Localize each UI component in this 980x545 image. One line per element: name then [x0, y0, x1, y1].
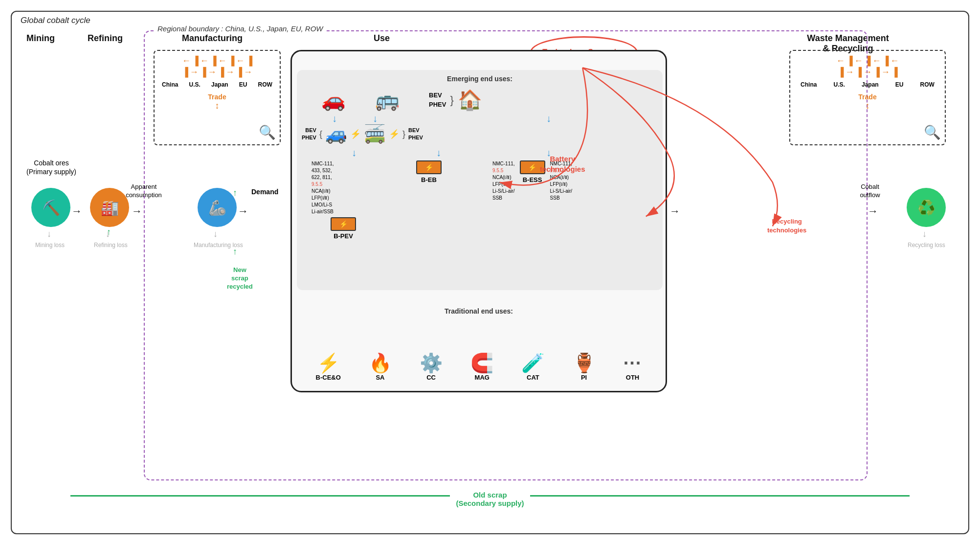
- trad-cat-group: 🧪 CAT: [521, 352, 544, 381]
- waste-region-china: China: [801, 81, 817, 88]
- traditional-label: Traditional end uses:: [445, 307, 513, 315]
- manufacturing-box: ← ▐ ← ▐ ← ▐ ← ▐ ▐ → ▐ → ▐ → ▐ → China U.…: [154, 50, 281, 145]
- waste-trade-arrow: ↕: [790, 101, 945, 111]
- arrow-down-house: ↓: [546, 113, 551, 124]
- new-scrap-label: Newscraprecycled: [227, 266, 253, 291]
- mfg-arrow-left-3: ←: [218, 56, 227, 66]
- manufacturing-icon: 🦾: [208, 199, 226, 216]
- arrow-waste-recycling: →: [868, 205, 878, 218]
- recycling-circle: ♻️: [907, 188, 946, 227]
- arrow-down-pev: ↓: [352, 147, 356, 159]
- trad-bce-group: ⚡ B-CE&O: [316, 352, 341, 381]
- cobalt-outflow-label: Cobaltoutflow: [843, 183, 897, 200]
- bev-phev-right-2: BEVPHEV: [408, 127, 423, 142]
- waste-region-row: ROW: [920, 81, 935, 88]
- old-scrap-label: Old scrap(Secondary supply): [450, 491, 530, 507]
- mfg-region-eu: EU: [239, 81, 247, 88]
- mfg-arrow-left-2: ←: [200, 56, 209, 66]
- mfg-panel-8: ▐: [236, 67, 242, 77]
- trad-bce-label: B-CE&O: [316, 374, 341, 381]
- house-icon: 🏠: [458, 89, 482, 112]
- mfg-arrow-right-1: →: [190, 67, 199, 77]
- waste-region-japan: Japan: [862, 81, 879, 88]
- battery-b-pev: ⚡: [331, 217, 356, 231]
- arrow-refining-mfg: →: [132, 205, 142, 218]
- emerging-label: Emerging end uses:: [447, 75, 512, 83]
- waste-panel-5: ▐: [837, 67, 844, 77]
- waste-region-eu: EU: [895, 81, 904, 88]
- arrow-new-scrap: ↑: [233, 247, 237, 257]
- mfg-region-row: ROW: [258, 81, 272, 88]
- arrow-mfg-loss: ↓: [213, 229, 218, 239]
- mfg-panel-6: ▐: [200, 67, 206, 77]
- trad-cat-label: CAT: [521, 374, 544, 381]
- bracket-right-bus: }: [402, 129, 405, 139]
- demand-label: Demand: [251, 188, 278, 196]
- waste-arrow-right-2: →: [863, 67, 872, 77]
- cobalt-ores-label: Cobalt ores(Primary supply): [26, 159, 76, 176]
- refining-loss-label: Refining loss: [94, 242, 128, 249]
- battery-b-eb: ⚡: [416, 160, 442, 174]
- trad-oth-icon: ···: [624, 353, 642, 374]
- waste-panel-6: ▐: [855, 67, 862, 77]
- waste-arrow-right-3: →: [881, 67, 890, 77]
- traditional-row: ⚡ B-CE&O 🔥 SA ⚙️ CC 🧲 MAG 🧪 CAT 🏺 PI: [292, 352, 666, 381]
- trad-cc-icon: ⚙️: [420, 352, 443, 374]
- car-icon: 🚗: [321, 89, 346, 112]
- mfg-panel-2: ▐: [210, 56, 217, 66]
- mining-loss-label: Mining loss: [35, 242, 65, 249]
- mfg-panel-3: ▐: [228, 56, 235, 66]
- arrow-recycling-loss: ↓: [922, 229, 927, 239]
- b-pev-group: NMC-111,433, 532,622, 811,9.5.5NCA(Ⅰ/Ⅱ)L…: [312, 160, 375, 240]
- recycling-loss-label: Recycling loss: [908, 242, 945, 249]
- bracket-right: }: [450, 94, 453, 107]
- old-scrap-group: Old scrap(Secondary supply): [70, 489, 910, 508]
- waste-panel-7: ▐: [873, 67, 880, 77]
- trad-cc-group: ⚙️ CC: [420, 352, 443, 381]
- waste-search-icon[interactable]: 🔍: [924, 124, 941, 140]
- bev-phev-right-label: BEVPHEV: [429, 91, 446, 109]
- trad-oth-group: ··· OTH: [624, 353, 642, 381]
- demand-text: Demand: [251, 188, 278, 196]
- nmc-left-label: NMC-111,433, 532,622, 811,9.5.5NCA(Ⅰ/Ⅱ)L…: [312, 160, 375, 215]
- arrow-mining-refining: →: [71, 205, 82, 218]
- main-diagram: Global cobalt cycle Mining Refining Manu…: [11, 11, 969, 534]
- waste-arrow-left-2: ←: [854, 56, 863, 66]
- mfg-trade-label: Trade: [155, 93, 280, 101]
- waste-panel-3: ▐: [882, 56, 889, 66]
- bev-house-group: BEVPHEV } 🏠: [429, 89, 482, 112]
- header-mining: Mining: [26, 33, 55, 44]
- trad-sa-group: 🔥 SA: [369, 352, 392, 381]
- mining-icon: ⛏️: [42, 199, 60, 216]
- waste-arrow-left-3: ←: [872, 56, 881, 66]
- mfg-arrow-left-1: ←: [182, 56, 191, 66]
- mfg-arrow-right-3: →: [225, 67, 234, 77]
- car-icon-group: 🚗: [321, 89, 346, 112]
- regional-boundary-label: Regional boundary : China, U.S., Japan, …: [155, 24, 326, 33]
- trad-mag-icon: 🧲: [470, 352, 493, 374]
- manufacturing-circle: 🦾: [198, 188, 237, 227]
- arrow-mining-loss: ↓: [47, 229, 51, 239]
- green-car-icon: 🚙: [325, 124, 347, 144]
- trad-oth-label: OTH: [624, 374, 642, 381]
- waste-panel-2: ▐: [865, 56, 871, 66]
- mfg-search-icon[interactable]: 🔍: [259, 124, 276, 140]
- trad-sa-icon: 🔥: [369, 352, 392, 374]
- arrow-down-car: ↓: [332, 113, 337, 124]
- trad-mag-group: 🧲 MAG: [470, 352, 493, 381]
- global-cobalt-label: Global cobalt cycle: [21, 16, 90, 25]
- mfg-arrow-right-2: →: [208, 67, 217, 77]
- bus-icon-group: 🚌: [375, 89, 400, 112]
- mfg-panel-7: ▐: [218, 67, 224, 77]
- recycling-tech-label: Recyclingtechnologies: [767, 217, 806, 235]
- trad-mag-label: MAG: [470, 374, 493, 381]
- mfg-arrow-left-4: ←: [236, 56, 245, 66]
- trad-bce-icon: ⚡: [316, 352, 341, 374]
- arrow-mfg-use: →: [238, 205, 248, 218]
- mfg-panel-4: ▐: [246, 56, 252, 66]
- mfg-region-us: U.S.: [189, 81, 200, 88]
- waste-arrow-left-4: ←: [890, 56, 899, 66]
- recycling-icon: ♻️: [917, 199, 935, 216]
- cobalt-outflow-text: Cobaltoutflow: [860, 183, 880, 199]
- waste-trade-label: Trade: [790, 93, 945, 101]
